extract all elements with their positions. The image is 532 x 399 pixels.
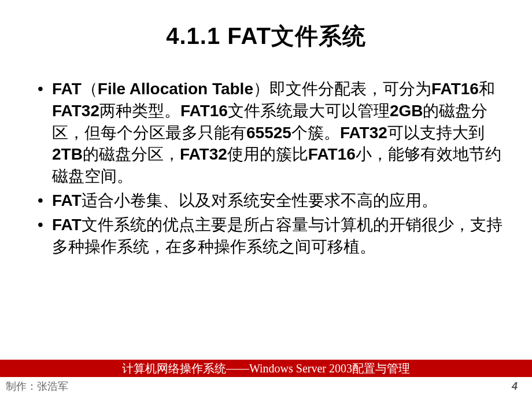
- slide-title: 4.1.1 FAT文件系统: [29, 20, 503, 52]
- text-part: File Allocation Table: [98, 80, 253, 98]
- text-part: 和: [479, 80, 495, 98]
- text-part: 文件系统最大可以管理: [228, 102, 390, 120]
- text-part: FAT32: [340, 124, 387, 142]
- text-part: 个簇。: [291, 124, 340, 142]
- text-part: 2TB: [52, 145, 83, 163]
- text-part: 2GB: [390, 102, 423, 120]
- text-part: ）即文件分配表，可分为: [253, 80, 431, 98]
- text-part: 文件系统的优点主要是所占容量与计算机的开销很少，支持多种操作系统，在多种操作系统…: [52, 216, 503, 256]
- text-part: 可以支持大到: [387, 124, 485, 142]
- text-part: FAT: [52, 80, 82, 98]
- footer-text: 计算机网络操作系统——Windows Server 2003配置与管理: [122, 361, 410, 376]
- text-part: FAT: [52, 191, 82, 209]
- text-part: 使用的簇比: [227, 145, 308, 163]
- author-text: 制作：张浩军: [6, 379, 68, 393]
- page-number: 4: [512, 380, 526, 393]
- text-part: FAT16: [308, 145, 356, 163]
- slide-container: 4.1.1 FAT文件系统 FAT（File Allocation Table）…: [0, 0, 532, 399]
- text-part: 两种类型。: [99, 102, 180, 120]
- bullet-list: FAT（File Allocation Table）即文件分配表，可分为FAT1…: [29, 78, 503, 257]
- text-part: FAT32: [180, 145, 227, 163]
- text-part: 的磁盘分区，: [83, 145, 180, 163]
- text-part: （: [82, 80, 98, 98]
- bullet-item-3: FAT文件系统的优点主要是所占容量与计算机的开销很少，支持多种操作系统，在多种操…: [35, 214, 503, 258]
- text-part: FAT: [52, 216, 82, 234]
- author-line: 制作：张浩军 4: [6, 379, 526, 393]
- text-part: FAT16: [180, 102, 228, 120]
- text-part: 适合小卷集、以及对系统安全性要求不高的应用。: [82, 191, 438, 209]
- text-part: FAT32: [52, 102, 99, 120]
- bullet-item-2: FAT适合小卷集、以及对系统安全性要求不高的应用。: [35, 190, 503, 212]
- footer-bar: 计算机网络操作系统——Windows Server 2003配置与管理: [0, 360, 532, 377]
- bullet-item-1: FAT（File Allocation Table）即文件分配表，可分为FAT1…: [35, 78, 503, 187]
- text-part: FAT16: [431, 80, 479, 98]
- text-part: 65525: [246, 124, 291, 142]
